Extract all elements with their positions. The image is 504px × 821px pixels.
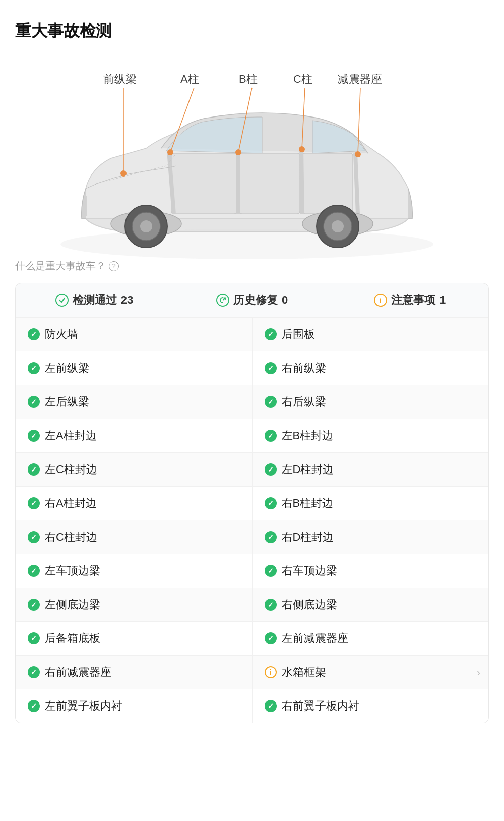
svg-point-22 — [235, 149, 241, 155]
check-icon-green — [28, 430, 40, 442]
check-icon-green — [28, 463, 40, 476]
checklist-item-label: 右D柱封边 — [282, 530, 334, 545]
check-icon-green — [28, 396, 40, 408]
checklist-item-label: 左侧底边梁 — [45, 597, 100, 612]
check-icon-green — [28, 599, 40, 611]
check-icon-green — [28, 497, 40, 509]
page-container: 重大事故检测 — [0, 0, 504, 821]
checklist-cell: 右前减震器座 — [16, 656, 253, 689]
check-icon-green — [265, 531, 277, 543]
table-row: 右A柱封边 右B柱封边 — [16, 486, 488, 520]
summary-passed-label: 检测通过 — [73, 292, 117, 308]
table-row: 左后纵梁 右后纵梁 — [16, 385, 488, 419]
check-icon-green — [265, 599, 277, 611]
check-icon-green — [265, 430, 277, 442]
checklist-cell: 右后纵梁 — [253, 385, 489, 419]
table-row: 防火墙 后围板 — [16, 317, 488, 351]
subtitle[interactable]: 什么是重大事故车？ ? — [15, 259, 489, 273]
warning-icon: i — [374, 294, 387, 307]
svg-text:C柱: C柱 — [293, 73, 312, 85]
checklist-cell: 防火墙 — [16, 318, 253, 351]
summary-repaired: 历史修复 0 — [173, 292, 331, 308]
checklist-item-label: 右C柱封边 — [45, 530, 97, 545]
table-row: 左侧底边梁 右侧底边梁 — [16, 588, 488, 621]
checklist-item-label: 右B柱封边 — [282, 496, 334, 511]
check-icon-green — [28, 328, 40, 340]
summary-bar: 检测通过 23 历史修复 0 i 注意事项 1 — [15, 283, 489, 317]
table-row: 左A柱封边 左B柱封边 — [16, 419, 488, 452]
svg-point-26 — [355, 151, 361, 157]
check-icon-green — [265, 632, 277, 644]
svg-point-0 — [60, 229, 433, 259]
checklist-item-label: 左后纵梁 — [45, 394, 89, 409]
check-icon-green — [265, 328, 277, 340]
svg-point-15 — [332, 220, 344, 232]
checklist-cell: 左B柱封边 — [253, 419, 489, 452]
checklist-cell-warning[interactable]: i 水箱框架 › — [253, 656, 489, 689]
checklist-item-label: 右前纵梁 — [282, 361, 326, 376]
checklist-cell: 后备箱底板 — [16, 622, 253, 655]
car-diagram: 前纵梁 A柱 B柱 C柱 减震器座 — [15, 57, 489, 259]
check-icon-green — [28, 565, 40, 577]
check-icon-green — [28, 632, 40, 644]
checklist-cell: 右A柱封边 — [16, 487, 253, 520]
check-icon-green — [28, 700, 40, 712]
table-row: 左C柱封边 左D柱封边 — [16, 452, 488, 486]
checklist-item-label: 左D柱封边 — [282, 462, 334, 477]
summary-passed-count: 23 — [121, 294, 133, 307]
summary-notes-count: 1 — [439, 294, 446, 307]
check-icon-green — [28, 666, 40, 678]
checklist-item-label: 右车顶边梁 — [282, 563, 337, 578]
info-warning-icon: i — [265, 666, 277, 678]
table-row: 左前纵梁 右前纵梁 — [16, 351, 488, 385]
repair-icon — [216, 294, 229, 307]
checklist-cell: 后围板 — [253, 318, 489, 351]
checklist-cell: 左C柱封边 — [16, 453, 253, 486]
summary-passed: 检测通过 23 — [16, 292, 173, 308]
checklist-item-label: 左B柱封边 — [282, 428, 334, 443]
check-circle-icon — [55, 294, 69, 307]
svg-point-24 — [299, 146, 305, 152]
checklist-item-label: 左前翼子板内衬 — [45, 698, 122, 714]
checklist-cell: 左前翼子板内衬 — [16, 689, 253, 723]
check-icon-green — [265, 396, 277, 408]
table-row[interactable]: 右前减震器座 i 水箱框架 › — [16, 655, 488, 689]
checklist-item-label: 防火墙 — [45, 327, 78, 342]
check-icon-green — [265, 700, 277, 712]
summary-notes: i 注意事项 1 — [331, 292, 488, 308]
table-row: 右C柱封边 右D柱封边 — [16, 520, 488, 554]
svg-line-6 — [301, 148, 302, 214]
checklist-item-label: 左车顶边梁 — [45, 563, 100, 578]
summary-notes-label: 注意事项 — [391, 292, 435, 308]
table-row: 左前翼子板内衬 右前翼子板内衬 — [16, 689, 488, 723]
checklist-item-label: 左A柱封边 — [45, 428, 97, 443]
checklist-cell: 右前翼子板内衬 — [253, 689, 489, 723]
checklist-cell: 右前纵梁 — [253, 351, 489, 385]
svg-rect-1 — [171, 153, 237, 214]
checklist-item-label: 右侧底边梁 — [282, 597, 337, 612]
chevron-right-icon: › — [477, 667, 480, 678]
checklist-item-label: 后备箱底板 — [45, 631, 100, 646]
checklist-cell: 左A柱封边 — [16, 419, 253, 452]
svg-text:B柱: B柱 — [239, 73, 258, 85]
checklist-cell: 左车顶边梁 — [16, 554, 253, 588]
svg-point-18 — [120, 170, 127, 177]
checklist-cell: 左前减震器座 — [253, 622, 489, 655]
svg-rect-2 — [239, 153, 300, 214]
check-icon-green — [265, 463, 277, 476]
checklist-cell: 左D柱封边 — [253, 453, 489, 486]
checklist-item-label: 左C柱封边 — [45, 462, 97, 477]
check-icon-green — [265, 362, 277, 374]
svg-text:A柱: A柱 — [180, 73, 199, 85]
svg-point-20 — [167, 149, 173, 155]
checklist-item-label: 右前减震器座 — [45, 665, 111, 680]
svg-rect-3 — [302, 153, 353, 214]
checklist-item-label: 右A柱封边 — [45, 496, 97, 511]
checklist-item-label: 右后纵梁 — [282, 394, 326, 409]
check-icon-green — [28, 362, 40, 374]
checklist-item-label: 左前纵梁 — [45, 361, 89, 376]
checklist-cell: 左后纵梁 — [16, 385, 253, 419]
check-icon-green — [265, 565, 277, 577]
summary-repaired-label: 历史修复 — [233, 292, 278, 308]
checklist-cell: 右D柱封边 — [253, 520, 489, 554]
